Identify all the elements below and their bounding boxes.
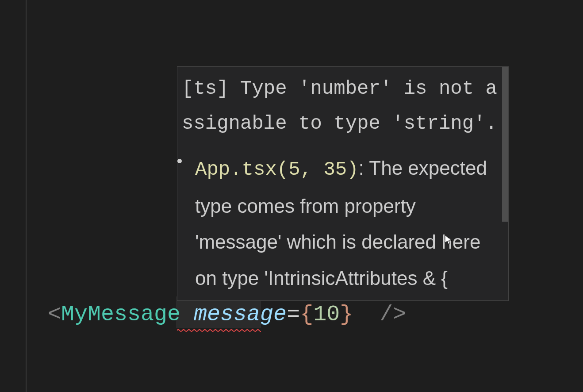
space: [180, 302, 194, 327]
brace-open: {: [300, 302, 313, 327]
attribute-name: message: [194, 302, 287, 327]
number-literal: 10: [313, 302, 340, 327]
code-line[interactable]: <MyMessage message={10} />: [48, 302, 406, 327]
equals-sign: =: [287, 302, 300, 327]
bullet-icon: [177, 159, 182, 163]
error-message: [ts] Type 'number' is not assignable to …: [182, 71, 505, 150]
separator: :: [359, 157, 369, 179]
related-info: App.tsx(5, 35): The expected type comes …: [182, 150, 505, 296]
error-squiggle: [177, 327, 261, 330]
open-angle: <: [48, 302, 61, 327]
component-name: MyMessage: [61, 302, 180, 327]
self-close: />: [366, 302, 406, 327]
gutter-separator: [26, 0, 27, 392]
brace-close: }: [340, 302, 353, 327]
hover-tooltip[interactable]: [ts] Type 'number' is not assignable to …: [177, 66, 509, 301]
file-location-link[interactable]: App.tsx(5, 35): [195, 158, 359, 181]
space: [353, 302, 366, 327]
